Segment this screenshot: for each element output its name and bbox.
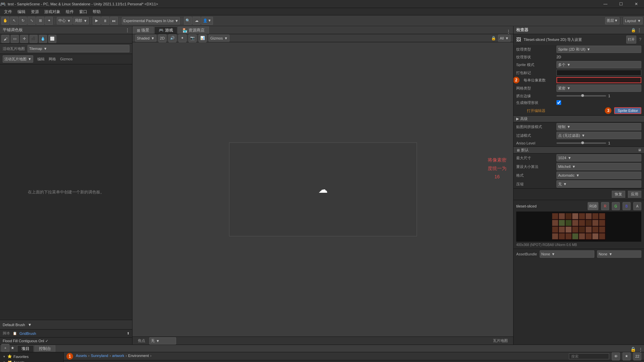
experimental-packages-dropdown[interactable]: Experimental Packages In Use ▼ <box>122 17 180 24</box>
toolbar-select[interactable]: ↖ <box>10 17 18 25</box>
files-toolbar: 1 Assets › Sunnyland › artwork › Environ… <box>64 352 644 360</box>
badge3: 3 <box>605 107 611 114</box>
sound-button[interactable]: 🔊 <box>168 34 176 42</box>
stats-button[interactable]: 📊 <box>199 34 207 42</box>
advanced-section[interactable]: ▶ 高级 <box>514 115 644 122</box>
preview-b[interactable]: B <box>623 202 631 210</box>
layout-dropdown[interactable]: Layout▼ <box>623 17 643 24</box>
expand-brush[interactable]: ⬆ <box>127 331 129 335</box>
more-bottom[interactable]: ⋮ <box>637 347 644 352</box>
revert-button[interactable]: 恢复 <box>612 191 625 198</box>
physics-shape-checkbox[interactable] <box>556 100 561 105</box>
compression-dropdown[interactable]: 无▼ <box>556 180 641 188</box>
menu-help[interactable]: 帮助 <box>90 8 103 15</box>
search-input[interactable] <box>569 353 609 359</box>
layers-dropdown[interactable]: 图层▼ <box>605 17 620 24</box>
minimize-button[interactable]: — <box>598 0 613 8</box>
pause-button[interactable]: ⏸ <box>101 17 109 25</box>
tab-store[interactable]: 🏪 资源商店 <box>178 26 209 34</box>
camera-button[interactable]: 📷 <box>189 34 197 42</box>
apply-button[interactable]: 应用 <box>628 191 641 198</box>
sprite-editor-button[interactable]: Sprite Editor <box>614 107 641 114</box>
move-tool[interactable]: ✛ <box>20 35 28 43</box>
wrap-mode-dropdown[interactable]: 钳制▼ <box>556 123 641 130</box>
center-more[interactable]: ⋮ <box>504 29 513 34</box>
help-icon[interactable]: ? <box>639 37 641 42</box>
menu-assets[interactable]: 资源 <box>28 8 42 15</box>
filter-mode-row: 过滤模式 点 (无过滤器)▼ <box>514 131 644 140</box>
svg-rect-11 <box>566 220 572 226</box>
menu-window[interactable]: 窗口 <box>76 8 90 15</box>
tree-item-assets[interactable]: ▼ 📁 Assets <box>0 359 63 362</box>
toolbar-custom[interactable]: ✦ <box>45 17 53 25</box>
tab-scene[interactable]: ⊞ 场景 <box>132 26 154 34</box>
lock-bottom[interactable]: 🔒 <box>629 347 637 352</box>
lock-icon[interactable]: 🔒 <box>631 28 636 33</box>
account-button[interactable]: 👤▼ <box>201 17 213 25</box>
tab-console[interactable]: 控制台 <box>35 345 55 352</box>
menu-gameobject[interactable]: 游戏对象 <box>42 8 63 15</box>
size-button[interactable]: 22 <box>633 352 641 360</box>
gizmos-dropdown[interactable]: Gizmos▼ <box>209 35 229 42</box>
active-tilemap-dropdown[interactable]: Tilemap▼ <box>28 45 129 52</box>
toolbar-rotate[interactable]: ↻ <box>19 17 27 25</box>
preview-g[interactable]: G <box>612 202 620 210</box>
aniso-slider[interactable] <box>556 142 606 144</box>
create-palette-dropdown[interactable]: 活动瓦片地图▼ <box>3 55 33 63</box>
active-tilemap-label: 活动瓦片地图 <box>3 46 25 51</box>
search-button[interactable]: 🔍 <box>184 17 192 25</box>
all-dropdown[interactable]: All▼ <box>498 35 511 42</box>
max-size-dropdown[interactable]: 1024▼ <box>556 154 641 162</box>
open-button[interactable]: 打开 <box>626 36 636 44</box>
texture-type-dropdown[interactable]: Sprite (2D 和 UI)▼ <box>556 46 641 53</box>
step-button[interactable]: ⏭ <box>110 17 118 25</box>
edit-button[interactable]: 编辑 <box>37 57 45 62</box>
grid-label: 网格 <box>49 57 56 62</box>
shading-dropdown[interactable]: Shaded▼ <box>135 35 156 42</box>
extrude-slider[interactable] <box>556 95 606 97</box>
play-button[interactable]: ▶ <box>93 17 101 25</box>
menu-file[interactable]: 文件 <box>1 8 15 15</box>
pixels-per-unit-input[interactable]: 100 <box>556 77 641 83</box>
resize-algo-dropdown[interactable]: Mitchell▼ <box>556 163 641 170</box>
toolbar-transform[interactable]: ⊞ <box>36 17 44 25</box>
sprite-mode-dropdown[interactable]: 多个▼ <box>556 61 641 68</box>
more-icon[interactable]: ⋮ <box>637 28 641 33</box>
rect-tool[interactable]: ⬜ <box>48 35 56 43</box>
picker-tool[interactable]: 💧 <box>39 35 47 43</box>
close-button[interactable]: ✕ <box>629 0 644 8</box>
star-button[interactable]: ★ <box>623 352 631 360</box>
add-button[interactable]: + <box>1 344 9 352</box>
menu-edit[interactable]: 编辑 <box>15 8 28 15</box>
brush-dropdown-arrow[interactable]: ▼ <box>28 322 32 327</box>
preview-r[interactable]: R <box>601 202 609 210</box>
filter-mode-dropdown[interactable]: 点 (无过滤器)▼ <box>556 132 641 139</box>
tab-game[interactable]: 🎮 游戏 <box>154 26 177 34</box>
tile-palette-more[interactable]: ⋮ <box>125 28 129 33</box>
asset-bundle-variant-dropdown[interactable]: None▼ <box>597 250 641 258</box>
paint-brush[interactable]: 🖌 <box>1 35 9 43</box>
maximize-button[interactable]: ☐ <box>613 0 629 8</box>
tree-item-favorites[interactable]: ▼ ⭐ Favorites <box>0 354 63 359</box>
center-dropdown[interactable]: 中心▼ <box>57 17 72 24</box>
eye-button[interactable]: 👁 <box>612 352 620 360</box>
packing-tag-input[interactable] <box>556 70 641 76</box>
preview-a[interactable]: A <box>633 202 641 210</box>
asset-bundle-dropdown[interactable]: None▼ <box>540 250 594 258</box>
format-dropdown[interactable]: Automatic▼ <box>556 172 641 179</box>
texture-shape-row: 纹理形状 2D <box>514 54 644 60</box>
effects-button[interactable]: ✦ <box>178 34 186 42</box>
preview-rgb[interactable]: RGB <box>588 202 598 210</box>
cloud-button[interactable]: ☁ <box>193 17 201 25</box>
toolbar-scale[interactable]: ⤡ <box>28 17 36 25</box>
toolbar-move[interactable]: ✋ <box>1 17 9 25</box>
local-dropdown[interactable]: 局部▼ <box>73 17 89 24</box>
marquee-select[interactable]: ▭ <box>11 35 19 43</box>
mesh-type-dropdown[interactable]: 紧密▼ <box>556 84 641 92</box>
tab-project[interactable]: 项目 <box>17 345 34 352</box>
2d-button[interactable]: 2D <box>158 34 166 42</box>
focus-dropdown[interactable]: 无▼ <box>149 337 176 345</box>
flood-fill-label[interactable]: Flood Fill Contiguous Onl ✓ <box>3 339 48 343</box>
fill-tool[interactable]: ⬛ <box>30 35 38 43</box>
menu-component[interactable]: 组件 <box>63 8 76 15</box>
